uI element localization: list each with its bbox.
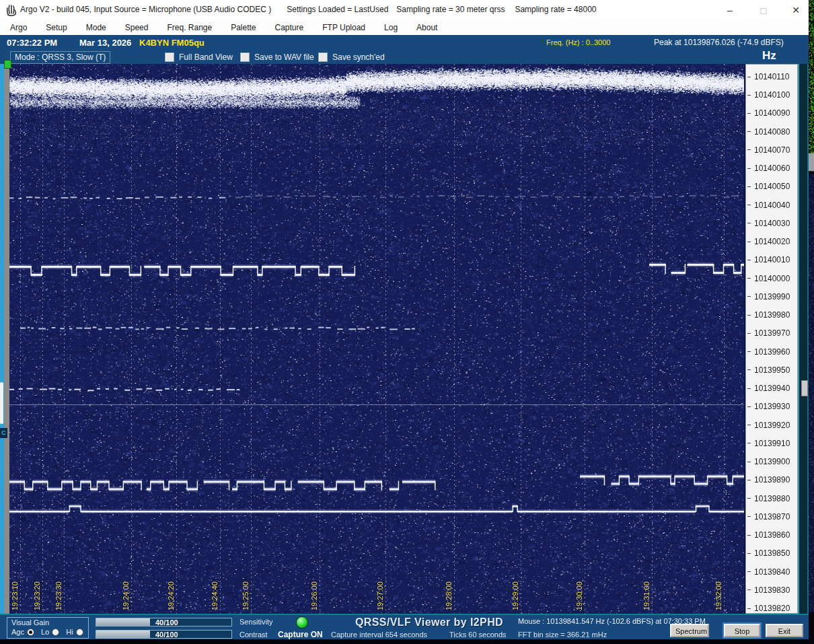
menu-item-speed[interactable]: Speed [125, 23, 149, 32]
collapsed-window-tab[interactable]: C [0, 428, 7, 438]
freq-label-row: 10140010 [746, 254, 799, 265]
argo-hand-icon [5, 4, 17, 16]
menu-item-mode[interactable]: Mode [86, 23, 106, 32]
freq-tick-mark [747, 589, 751, 590]
freq-tick-mark [747, 278, 751, 279]
freq-range-readout: Freq. (Hz) : 0..3000 [546, 38, 610, 46]
freq-label-row: 10139890 [746, 474, 799, 485]
freq-label: 10139920 [754, 421, 790, 430]
spectrum-button[interactable]: Spectrum [670, 624, 709, 637]
title-segment: Sampling rate = 30 meter qrss [396, 5, 505, 14]
minimize-button[interactable]: – [720, 3, 740, 17]
freq-label-row: 10139900 [746, 456, 799, 467]
freq-label: 10139890 [754, 475, 790, 485]
checkbox-save-to-wav-file[interactable]: Save to WAV file [240, 52, 314, 62]
radio-agc[interactable] [27, 629, 34, 636]
freq-label-row: 10139860 [746, 530, 799, 540]
freq-tick-mark [747, 553, 751, 554]
freq-tick-mark [747, 149, 751, 150]
freq-tick-mark [747, 168, 751, 169]
stop-button[interactable]: Stop [724, 624, 760, 637]
radio-label-lo: Lo [41, 628, 49, 636]
main-area: C 19:23:1019:23:2019:23:3019:24:0019:24:… [0, 64, 809, 614]
freq-tick-mark [747, 388, 751, 389]
menu-item-freq-range[interactable]: Freq. Range [167, 23, 212, 32]
freq-label-row: 10139960 [746, 347, 799, 357]
freq-tick-mark [747, 242, 751, 242]
mode-readout: Mode : QRSS 3, Slow (T) [11, 52, 110, 63]
freq-tick-mark [747, 351, 751, 352]
freq-label: 10139860 [754, 530, 790, 540]
freq-tick-mark [747, 77, 751, 77]
visual-gain-label: Visual Gain [11, 618, 49, 627]
freq-label-row: 10140100 [746, 90, 799, 100]
freq-tick-mark [747, 113, 751, 114]
exit-button[interactable]: Exit [766, 624, 803, 637]
checkbox-box[interactable] [165, 52, 174, 62]
menu-item-log[interactable]: Log [384, 23, 398, 32]
freq-label-row: 10139940 [746, 383, 799, 394]
freq-tick-mark [747, 95, 751, 96]
freq-label: 10140100 [754, 90, 790, 100]
freq-label: 10140070 [754, 145, 790, 155]
checkbox-box[interactable] [240, 52, 250, 62]
clock-time: 07:32:22 PM [7, 38, 57, 48]
freq-tick-mark [747, 223, 751, 223]
spectrogram-canvas[interactable] [9, 64, 744, 614]
freq-tick-mark [747, 462, 751, 462]
visual-gain-options: AgcLoHi [11, 628, 87, 636]
title-bar: Argo V2 - build 045, Input Source = Micr… [0, 0, 809, 20]
freq-label: 10139880 [754, 494, 790, 503]
freq-tick-mark [747, 333, 751, 334]
maximize-button[interactable]: ◻ [753, 3, 774, 17]
freq-tick-mark [747, 480, 751, 480]
menu-item-argo[interactable]: Argo [10, 23, 27, 32]
freq-tick-mark [747, 498, 751, 499]
checkbox-box[interactable] [318, 52, 328, 62]
freq-tick-mark [747, 205, 751, 205]
freq-label-row: 10139840 [746, 567, 799, 577]
vertical-scrollbar[interactable] [798, 64, 809, 614]
menu-item-about[interactable]: About [416, 23, 437, 32]
window-title: Argo V2 - build 045, Input Source = Micr… [20, 5, 596, 14]
left-scroll-marker[interactable] [0, 382, 3, 424]
freq-label-row: 10140070 [746, 145, 799, 155]
freq-label: 10139990 [754, 292, 790, 301]
checkbox-label: Full Band View [179, 52, 233, 62]
close-button[interactable]: ✕ [786, 3, 806, 17]
freq-tick-mark [747, 535, 751, 536]
freq-label-row: 10139830 [746, 585, 799, 596]
contrast-label: Contrast [239, 631, 268, 639]
freq-tick-mark [747, 369, 751, 370]
menu-item-capture[interactable]: Capture [275, 23, 304, 32]
title-segment: Settings Loaded = LastUsed [287, 5, 388, 14]
sensitivity-slider[interactable]: 40/100 [96, 618, 232, 627]
peak-readout: Peak at 10139876.026 (-74.9 dBFS) [654, 38, 784, 47]
slider-fill[interactable] [96, 618, 150, 626]
freq-label-row: 10140060 [746, 163, 799, 174]
menu-item-ftp-upload[interactable]: FTP Upload [322, 23, 365, 32]
freq-label-row: 10140040 [746, 200, 799, 211]
scrollbar-thumb[interactable] [801, 380, 808, 396]
freq-label: 10139910 [754, 439, 790, 448]
ticks-label: Ticks 60 seconds [449, 631, 507, 639]
capture-on-label: Capture ON [278, 630, 323, 639]
contrast-slider[interactable]: 40/100 [96, 630, 232, 639]
slider-fill[interactable] [96, 631, 150, 638]
freq-label-row: 10140000 [746, 273, 799, 284]
checkbox-full-band-view[interactable]: Full Band View [165, 52, 233, 62]
menu-item-palette[interactable]: Palette [231, 23, 256, 32]
freq-tick-mark [747, 186, 751, 187]
freq-label: 10139840 [754, 567, 790, 577]
freq-label-row: 10139920 [746, 420, 799, 431]
menu-item-setup[interactable]: Setup [46, 23, 67, 32]
radio-hi[interactable] [76, 629, 83, 636]
checkbox-save-synch-ed[interactable]: Save synch'ed [318, 52, 385, 62]
freq-tick-mark [747, 315, 751, 316]
slider-value: 40/100 [155, 618, 178, 627]
freq-label: 10139970 [754, 328, 790, 338]
freq-label: 10140010 [754, 255, 790, 264]
checkbox-label: Save to WAV file [254, 52, 314, 62]
radio-lo[interactable] [52, 629, 59, 636]
hz-unit-label: Hz [762, 49, 776, 63]
